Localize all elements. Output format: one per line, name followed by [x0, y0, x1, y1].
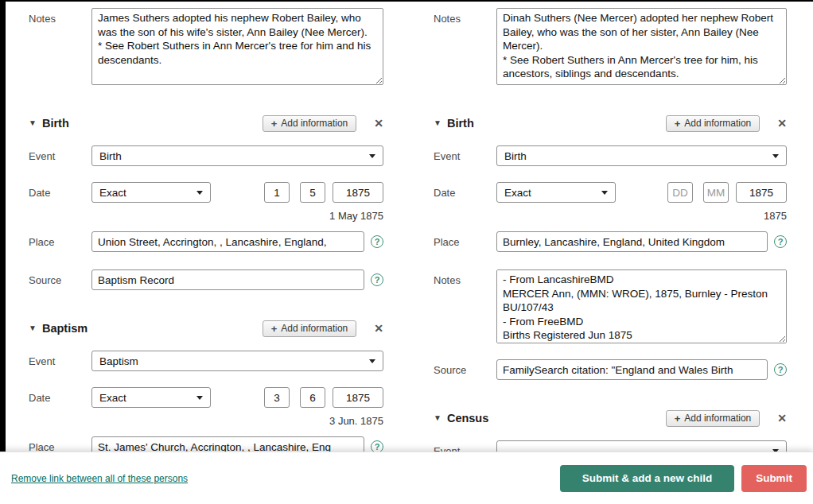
event-label: Event [434, 150, 496, 162]
remove-section-icon[interactable]: ✕ [374, 323, 383, 334]
birth-section-header: ▼ Birth +Add information ✕ [434, 114, 787, 133]
person-form-left: Notes James Suthers adopted his nephew R… [29, 2, 383, 452]
birth-section-header: ▼ Birth +Add information ✕ [29, 114, 383, 133]
remove-link[interactable]: Remove link between all of these persons [11, 473, 188, 484]
month-input[interactable] [300, 182, 325, 203]
event-label: Event [29, 355, 91, 367]
section-title: Birth [42, 117, 69, 130]
event-row: Event Birth [29, 145, 383, 166]
event-row: Event Birth [434, 145, 787, 166]
dialog-top-border [0, 0, 813, 2]
select-value: Birth [99, 150, 122, 162]
help-icon[interactable]: ? [371, 440, 383, 452]
event-notes-row: Notes - From LancashireBMD MERCER Ann, (… [434, 269, 787, 343]
add-information-label: Add information [684, 118, 751, 129]
month-input[interactable] [703, 182, 729, 203]
select-value: Birth [504, 150, 527, 162]
add-information-label: Add information [281, 323, 348, 334]
dialog-content: Notes James Suthers adopted his nephew R… [0, 2, 813, 452]
place-label: Place [29, 236, 91, 248]
year-input[interactable] [333, 387, 383, 408]
remove-section-icon[interactable]: ✕ [777, 118, 787, 129]
year-input[interactable] [736, 182, 787, 203]
chevron-down-icon [772, 154, 779, 158]
event-select[interactable]: Baptism [91, 351, 383, 371]
event-row: Event Baptism [29, 351, 383, 371]
source-label: Source [434, 364, 496, 376]
plus-icon: + [271, 118, 278, 129]
place-input[interactable] [91, 231, 364, 252]
help-icon[interactable]: ? [371, 273, 383, 286]
add-information-button[interactable]: +Add information [263, 320, 357, 337]
notes-label: Notes [434, 8, 496, 25]
day-input[interactable] [264, 182, 290, 203]
select-value: Exact [504, 187, 531, 199]
day-input[interactable] [667, 182, 693, 203]
date-row: Date Exact [434, 182, 787, 203]
source-label: Source [29, 274, 91, 286]
event-select[interactable] [496, 440, 787, 452]
event-notes-textarea[interactable]: - From LancashireBMD MERCER Ann, (MMN: W… [496, 269, 787, 343]
notes-textarea[interactable]: James Suthers adopted his nephew Robert … [91, 8, 383, 85]
source-row: Source ? [434, 359, 787, 380]
date-display: 1 May 1875 [29, 210, 383, 222]
notes-label: Notes [434, 269, 496, 286]
chevron-down-icon [196, 191, 203, 195]
day-input[interactable] [264, 387, 290, 408]
collapse-caret-icon[interactable]: ▼ [29, 324, 37, 332]
place-row: Place ? [29, 436, 383, 452]
source-input[interactable] [91, 269, 364, 290]
chevron-down-icon [369, 359, 375, 363]
add-information-label: Add information [684, 413, 751, 424]
dialog-left-border [0, 0, 6, 452]
event-select[interactable]: Birth [91, 145, 383, 166]
select-value: Baptism [99, 355, 138, 367]
event-row: Event [434, 440, 787, 452]
collapse-caret-icon[interactable]: ▼ [434, 119, 442, 127]
date-display: 3 Jun. 1875 [29, 415, 383, 427]
collapse-caret-icon[interactable]: ▼ [29, 119, 37, 127]
help-icon[interactable]: ? [774, 235, 787, 248]
place-label: Place [434, 236, 496, 248]
select-value: Exact [99, 392, 126, 404]
collapse-caret-icon[interactable]: ▼ [434, 414, 442, 422]
chevron-down-icon [196, 396, 203, 400]
year-input[interactable] [333, 182, 383, 203]
place-row: Place ? [29, 231, 383, 252]
add-information-button[interactable]: +Add information [666, 410, 760, 427]
plus-icon: + [675, 118, 681, 129]
add-information-button[interactable]: +Add information [666, 115, 760, 132]
source-row: Source ? [29, 269, 383, 290]
chevron-down-icon [369, 154, 375, 158]
date-type-select[interactable]: Exact [91, 182, 211, 203]
help-icon[interactable]: ? [774, 363, 787, 376]
place-input[interactable] [91, 436, 364, 452]
date-row: Date Exact [29, 182, 383, 203]
submit-add-child-button[interactable]: Submit & add a new child [560, 465, 734, 492]
date-display: 1875 [434, 210, 787, 222]
notes-label: Notes [29, 8, 91, 25]
notes-row: Notes Dinah Suthers (Nee Mercer) adopted… [434, 8, 787, 85]
place-input[interactable] [496, 231, 768, 252]
plus-icon: + [271, 324, 278, 334]
date-type-select[interactable]: Exact [496, 182, 616, 203]
date-row: Date Exact [29, 387, 383, 408]
place-label: Place [29, 441, 91, 452]
help-icon[interactable]: ? [371, 235, 383, 248]
date-label: Date [29, 187, 91, 199]
date-type-select[interactable]: Exact [91, 387, 211, 408]
footer-bar: Remove link between all of these persons… [0, 452, 813, 504]
add-information-button[interactable]: +Add information [263, 115, 357, 132]
event-select[interactable]: Birth [496, 145, 787, 166]
remove-section-icon[interactable]: ✕ [777, 413, 787, 424]
add-information-label: Add information [281, 118, 348, 129]
remove-section-icon[interactable]: ✕ [374, 118, 383, 129]
notes-row: Notes James Suthers adopted his nephew R… [29, 8, 383, 85]
month-input[interactable] [300, 387, 325, 408]
notes-textarea[interactable]: Dinah Suthers (Nee Mercer) adopted her n… [496, 8, 787, 85]
date-label: Date [434, 187, 496, 199]
plus-icon: + [675, 413, 681, 424]
event-label: Event [29, 150, 91, 162]
submit-button[interactable]: Submit [741, 465, 807, 492]
source-input[interactable] [496, 359, 768, 380]
